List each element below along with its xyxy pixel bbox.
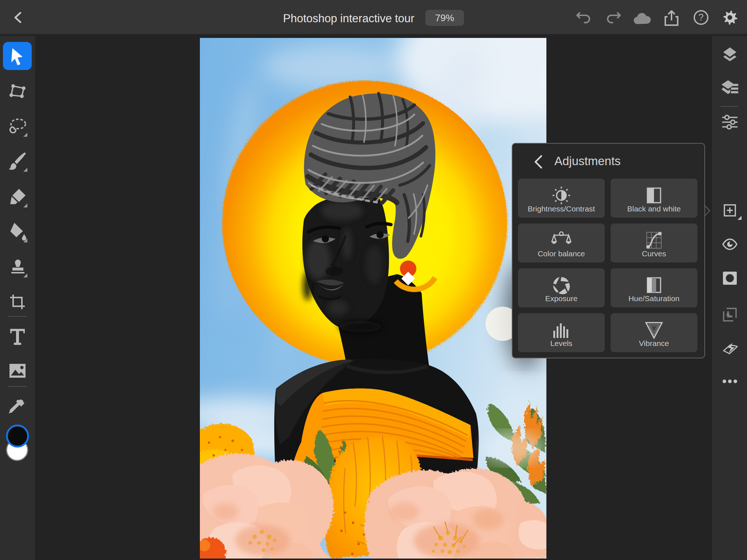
svg-text:?: ? [698, 12, 704, 22]
